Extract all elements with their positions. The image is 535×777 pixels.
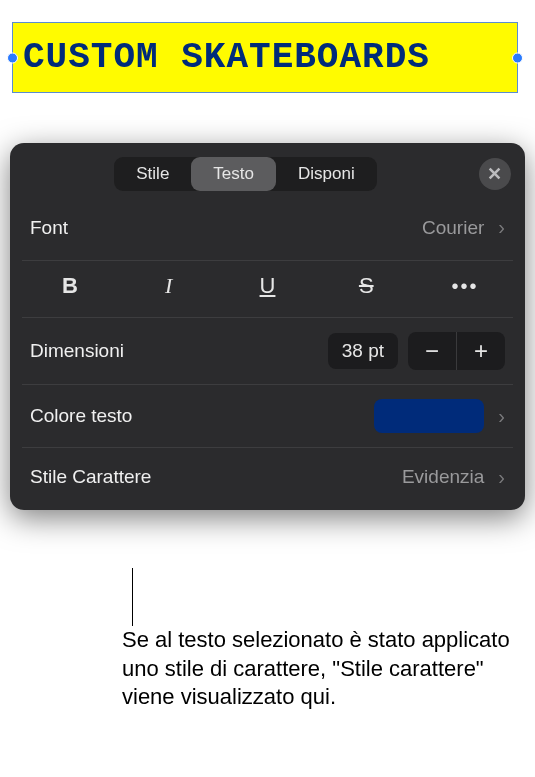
selection-handle-right[interactable] <box>512 52 523 63</box>
sample-text[interactable]: CUSTOM SKATEBOARDS <box>23 37 430 78</box>
size-label: Dimensioni <box>30 340 124 362</box>
character-style-value: Evidenzia <box>402 466 484 488</box>
chevron-right-icon: › <box>498 405 505 428</box>
underline-button[interactable]: U <box>228 265 308 307</box>
text-color-row[interactable]: Colore testo › <box>22 385 513 448</box>
italic-button[interactable]: I <box>129 265 209 307</box>
more-styles-button[interactable]: ••• <box>425 265 505 307</box>
size-increase-button[interactable]: + <box>457 332 505 370</box>
selection-handle-left[interactable] <box>7 52 18 63</box>
size-stepper: − + <box>408 332 505 370</box>
size-field[interactable]: 38 pt <box>328 333 398 369</box>
tab-style[interactable]: Stile <box>114 157 191 191</box>
selected-text-box[interactable]: CUSTOM SKATEBOARDS <box>12 22 518 93</box>
color-swatch[interactable] <box>374 399 484 433</box>
close-button[interactable]: ✕ <box>479 158 511 190</box>
size-row: Dimensioni 38 pt − + <box>22 318 513 385</box>
font-label: Font <box>30 217 68 239</box>
strikethrough-icon: S <box>359 273 374 299</box>
text-style-toolbar: B I U S ••• <box>22 261 513 318</box>
inspector-tabs: Stile Testo Disponi <box>114 157 376 191</box>
underline-icon: U <box>260 273 276 299</box>
format-inspector-panel: Stile Testo Disponi ✕ Font Courier › B I… <box>10 143 525 510</box>
text-color-label: Colore testo <box>30 405 132 427</box>
character-style-label: Stile Carattere <box>30 466 151 488</box>
bold-button[interactable]: B <box>30 265 110 307</box>
tab-arrange[interactable]: Disponi <box>276 157 377 191</box>
font-row[interactable]: Font Courier › <box>22 203 513 261</box>
character-style-row[interactable]: Stile Carattere Evidenzia › <box>22 448 513 506</box>
close-icon: ✕ <box>487 163 502 185</box>
tab-text[interactable]: Testo <box>191 157 276 191</box>
size-decrease-button[interactable]: − <box>408 332 456 370</box>
chevron-right-icon: › <box>498 216 505 239</box>
chevron-right-icon: › <box>498 466 505 489</box>
canvas-area: CUSTOM SKATEBOARDS <box>0 0 535 143</box>
callout-text: Se al testo selezionato è stato applicat… <box>122 626 512 712</box>
font-value: Courier <box>422 217 484 239</box>
strikethrough-button[interactable]: S <box>326 265 406 307</box>
callout-leader-line <box>132 568 133 626</box>
